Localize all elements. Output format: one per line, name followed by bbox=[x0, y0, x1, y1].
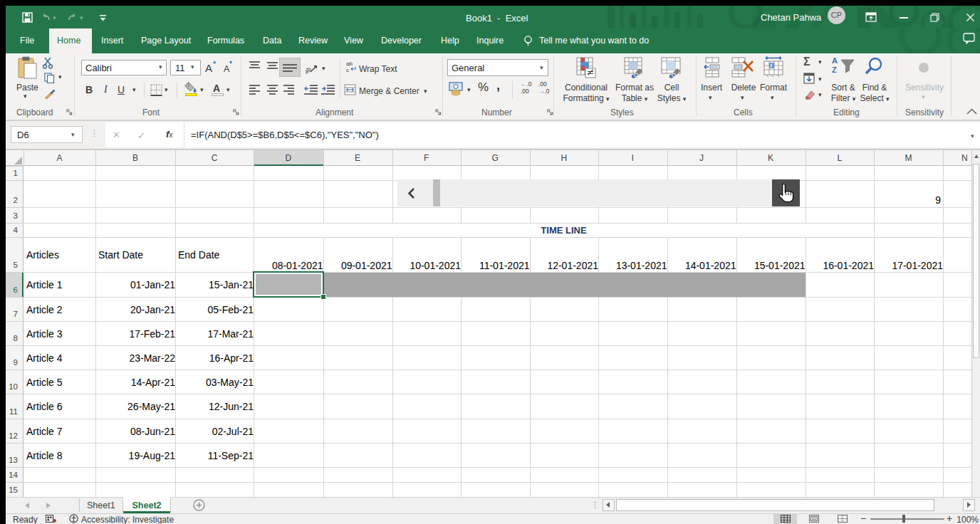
svg-text:ab: ab bbox=[306, 66, 313, 74]
svg-text:ab: ab bbox=[346, 61, 353, 67]
svg-text:c: c bbox=[346, 67, 349, 73]
